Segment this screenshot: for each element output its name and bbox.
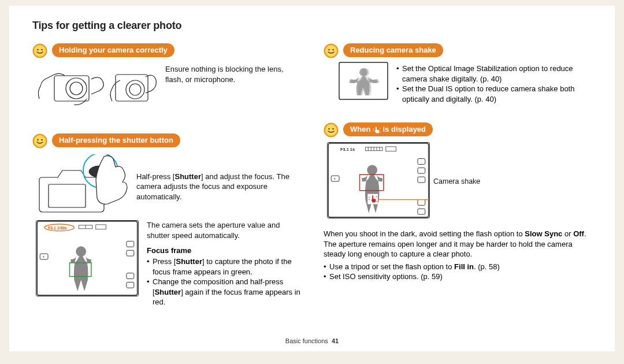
illustration-holding-camera <box>36 64 157 115</box>
label-focus-frame: Focus frame <box>147 246 300 255</box>
svg-rect-14 <box>49 184 86 207</box>
page-title: Tips for getting a clearer photo <box>32 20 592 32</box>
bullet-iso: Set ISO sensitivity options. (p. 59) <box>324 272 592 282</box>
svg-text:+: + <box>333 177 336 181</box>
camera-screen-shake-warning: + F3.1 1s <box>327 142 430 221</box>
heading-holding-camera: Holding your camera correctly <box>52 43 174 57</box>
svg-point-8 <box>126 80 144 99</box>
text-shoot-dark: When you shoot in the dark, avoid settin… <box>324 229 592 259</box>
smiley-icon <box>32 43 47 58</box>
bullet-dual-is: Set the Dual IS option to reduce camera … <box>396 84 592 104</box>
bullet-ois: Set the Optical Image Stabilization opti… <box>396 64 592 84</box>
svg-point-1 <box>34 45 46 57</box>
svg-point-41 <box>332 128 334 130</box>
heading-half-pressing-shutter: Half-pressing the shutter button <box>52 133 180 147</box>
svg-point-39 <box>325 124 337 136</box>
illustration-half-press <box>36 154 128 219</box>
svg-point-34 <box>332 49 334 51</box>
text-aperture-shutter-auto: The camera sets the aperture value and s… <box>147 220 300 240</box>
smiley-icon <box>324 43 339 58</box>
bullet-change-composition: Change the composition and half-press [S… <box>147 277 300 307</box>
smiley-icon <box>324 122 339 138</box>
svg-point-18 <box>76 246 86 257</box>
text-half-press-description: Half-press [Shutter] and adjust the focu… <box>136 172 300 202</box>
svg-point-3 <box>41 49 43 51</box>
callout-camera-shake: Camera shake <box>433 177 480 185</box>
smiley-icon <box>32 133 47 148</box>
svg-point-37 <box>361 68 369 76</box>
svg-point-9 <box>129 84 141 95</box>
svg-rect-4 <box>54 76 89 101</box>
svg-rect-7 <box>116 75 148 101</box>
camera-screen-focus-frame: + F3.1 1/30s <box>36 220 139 307</box>
svg-point-2 <box>37 49 39 51</box>
svg-point-33 <box>328 49 330 51</box>
illustration-blurry-photo <box>339 62 388 102</box>
svg-point-13 <box>41 139 43 141</box>
text-ensure-nothing-blocking: Ensure nothing is blocking the lens, fla… <box>165 64 300 115</box>
svg-text:F3.1 1/30s: F3.1 1/30s <box>48 226 67 230</box>
footer: Basic functions 41 <box>9 337 615 344</box>
svg-point-32 <box>325 45 337 57</box>
svg-point-6 <box>70 82 83 95</box>
bullet-press-shutter-green: Press [Shutter] to capture the photo if … <box>147 257 300 277</box>
shake-hand-icon <box>373 126 381 134</box>
svg-point-5 <box>66 78 87 99</box>
heading-reducing-shake: Reducing camera shake <box>343 43 443 57</box>
svg-point-11 <box>34 135 46 147</box>
svg-point-12 <box>37 139 39 141</box>
svg-text:F3.1  1s: F3.1 1s <box>340 147 355 152</box>
svg-point-40 <box>328 128 330 130</box>
bullet-use-tripod: Use a tripod or set the flash option to … <box>324 262 592 272</box>
svg-rect-17 <box>37 221 137 295</box>
heading-when-shake-displayed: When is displayed <box>343 122 433 136</box>
svg-point-43 <box>367 165 377 176</box>
svg-text:+: + <box>42 255 44 259</box>
